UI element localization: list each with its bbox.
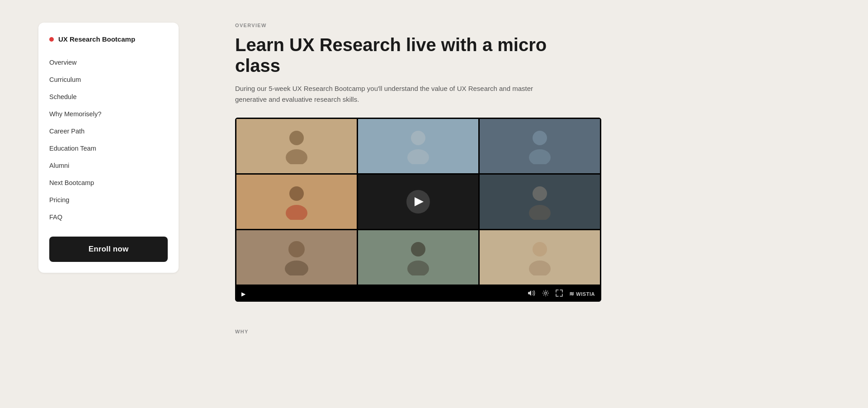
active-indicator — [49, 37, 54, 42]
person-6 — [236, 230, 357, 285]
person-7 — [358, 230, 478, 285]
person-1 — [236, 119, 357, 173]
nav-item-why-memorisely[interactable]: Why Memorisely? — [49, 105, 168, 123]
person-3 — [480, 119, 600, 173]
controls-left: ▶ — [241, 291, 245, 297]
fullscreen-icon[interactable] — [556, 289, 563, 298]
video-grid — [235, 118, 601, 286]
nav-item-overview[interactable]: Overview — [49, 54, 168, 71]
nav-item-pricing[interactable]: Pricing — [49, 191, 168, 209]
sidebar-title: UX Research Bootcamp — [58, 35, 135, 43]
nav-link-education-team[interactable]: Education Team — [49, 145, 96, 152]
play-button-small[interactable]: ▶ — [241, 291, 245, 297]
video-controls: ▶ — [235, 286, 601, 302]
sidebar-card: UX Research Bootcamp Overview Curriculum… — [38, 23, 179, 273]
video-cell-3 — [480, 119, 600, 173]
svg-point-7 — [286, 205, 307, 220]
svg-point-15 — [529, 261, 551, 275]
svg-point-0 — [289, 131, 304, 145]
video-cell-1 — [236, 119, 357, 173]
nav-item-career-path[interactable]: Career Path — [49, 123, 168, 140]
svg-point-10 — [288, 241, 305, 257]
video-player[interactable]: ▶ — [235, 118, 601, 302]
nav-link-schedule[interactable]: Schedule — [49, 93, 76, 100]
svg-point-14 — [533, 242, 547, 256]
play-button-center[interactable] — [406, 190, 430, 213]
nav-link-faq[interactable]: FAQ — [49, 213, 62, 221]
svg-point-11 — [285, 261, 308, 275]
nav-link-career-path[interactable]: Career Path — [49, 128, 85, 135]
nav-link-pricing[interactable]: Pricing — [49, 196, 69, 204]
person-4 — [236, 175, 357, 229]
svg-point-16 — [544, 292, 547, 294]
video-cell-7 — [358, 230, 478, 285]
section-label: OVERVIEW — [235, 23, 832, 28]
svg-point-6 — [289, 186, 304, 201]
sidebar: UX Research Bootcamp Overview Curriculum… — [0, 18, 217, 390]
controls-right: ≋ WISTIA — [528, 289, 595, 298]
nav-item-schedule[interactable]: Schedule — [49, 88, 168, 105]
nav-link-curriculum[interactable]: Curriculum — [49, 76, 81, 83]
person-8 — [480, 230, 600, 285]
person-5 — [480, 175, 600, 229]
svg-point-9 — [529, 205, 551, 220]
svg-point-13 — [407, 261, 429, 275]
main-description: During our 5-week UX Research Bootcamp y… — [235, 83, 561, 105]
svg-point-2 — [411, 131, 425, 145]
wistia-text: WISTIA — [576, 291, 595, 297]
wistia-logo: ≋ WISTIA — [569, 290, 595, 297]
svg-point-12 — [411, 242, 425, 256]
nav-item-next-bootcamp[interactable]: Next Bootcamp — [49, 174, 168, 191]
video-cell-5 — [480, 175, 600, 229]
video-cell-2 — [358, 119, 478, 173]
video-cell-8 — [480, 230, 600, 285]
video-cell-6 — [236, 230, 357, 285]
main-heading: Learn UX Research live with a micro clas… — [235, 34, 588, 76]
svg-point-3 — [407, 149, 429, 164]
nav-link-alumni[interactable]: Alumni — [49, 162, 69, 169]
wistia-symbol: ≋ — [569, 290, 575, 297]
svg-point-5 — [529, 149, 551, 164]
person-2 — [358, 119, 478, 173]
enroll-button[interactable]: Enroll now — [49, 237, 168, 262]
main-content: OVERVIEW Learn UX Research live with a m… — [235, 18, 868, 390]
why-label: WHY — [235, 329, 832, 334]
why-section: WHY — [235, 329, 832, 334]
nav-item-curriculum[interactable]: Curriculum — [49, 71, 168, 88]
settings-icon[interactable] — [542, 289, 549, 298]
nav-link-why-memorisely[interactable]: Why Memorisely? — [49, 110, 101, 118]
nav-item-faq[interactable]: FAQ — [49, 209, 168, 226]
nav-item-alumni[interactable]: Alumni — [49, 157, 168, 174]
svg-point-8 — [533, 186, 547, 201]
sidebar-title-row: UX Research Bootcamp — [49, 35, 168, 43]
video-play-cell[interactable] — [358, 175, 478, 229]
nav-link-next-bootcamp[interactable]: Next Bootcamp — [49, 179, 94, 186]
nav-item-education-team[interactable]: Education Team — [49, 140, 168, 157]
video-cell-4 — [236, 175, 357, 229]
volume-icon[interactable] — [528, 290, 536, 298]
nav-list: Overview Curriculum Schedule Why Memoris… — [49, 54, 168, 226]
svg-point-1 — [286, 149, 307, 164]
svg-point-4 — [533, 131, 547, 145]
nav-link-overview[interactable]: Overview — [49, 59, 76, 66]
